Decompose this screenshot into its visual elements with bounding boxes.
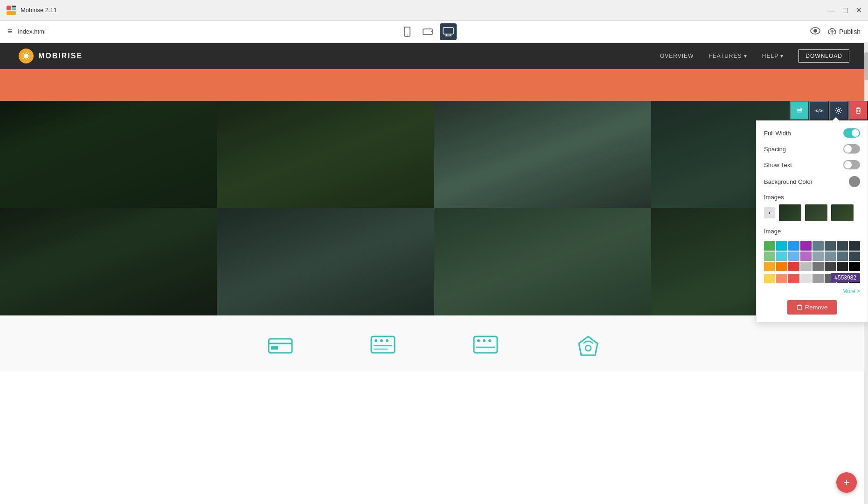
site-logo-icon bbox=[19, 49, 34, 63]
palette-cell-8[interactable] bbox=[764, 252, 775, 261]
show-text-toggle[interactable] bbox=[843, 160, 860, 169]
svg-rect-42 bbox=[474, 336, 497, 353]
filename-label: index.html bbox=[18, 28, 46, 35]
svg-line-21 bbox=[28, 58, 29, 59]
remove-button[interactable]: Remove bbox=[787, 300, 837, 315]
spacing-toggle[interactable] bbox=[843, 144, 860, 154]
palette-cell-0[interactable] bbox=[764, 241, 775, 251]
palette-cell-3[interactable] bbox=[800, 241, 812, 251]
preview-icon[interactable] bbox=[810, 26, 820, 37]
palette-cell-7[interactable] bbox=[849, 241, 860, 251]
palette-cell-17[interactable] bbox=[776, 262, 787, 271]
site-nav-help[interactable]: HELP ▾ bbox=[762, 53, 784, 59]
palette-cell-26[interactable] bbox=[788, 274, 799, 283]
bg-color-swatch[interactable] bbox=[849, 176, 860, 187]
device-tablet-button[interactable] bbox=[419, 23, 436, 40]
cloud-upload-icon bbox=[828, 28, 836, 35]
palette-cell-11[interactable] bbox=[800, 252, 812, 261]
gallery-cell-1[interactable] bbox=[0, 101, 217, 208]
show-text-row: Show Text bbox=[764, 160, 860, 169]
maximize-button[interactable]: □ bbox=[843, 6, 848, 14]
image-thumb-2[interactable] bbox=[805, 204, 827, 221]
palette-cell-13[interactable] bbox=[825, 252, 836, 261]
palette-cell-1[interactable] bbox=[776, 241, 787, 251]
add-block-button[interactable]: + bbox=[836, 472, 857, 493]
scrollbar-thumb[interactable] bbox=[864, 52, 868, 80]
svg-rect-34 bbox=[271, 346, 278, 350]
gallery-cell-5[interactable] bbox=[0, 208, 217, 315]
palette-cell-16[interactable] bbox=[764, 262, 775, 271]
palette-cell-21[interactable] bbox=[825, 262, 836, 271]
palette-cell-27[interactable] bbox=[800, 274, 812, 283]
svg-point-5 bbox=[407, 35, 408, 35]
publish-label: Publish bbox=[839, 28, 861, 35]
more-colors-link[interactable]: More > bbox=[764, 288, 860, 294]
color-palette: #553982 bbox=[764, 241, 860, 283]
palette-cell-14[interactable] bbox=[837, 252, 848, 261]
website-preview: MOBIRISE OVERVIEW FEATURES ▾ HELP ▾ DOWN… bbox=[0, 43, 868, 504]
title-bar-left: Mobirise 2.11 bbox=[6, 5, 57, 16]
palette-cell-5[interactable] bbox=[825, 241, 836, 251]
spacing-label: Spacing bbox=[764, 146, 786, 153]
full-width-toggle[interactable] bbox=[843, 128, 860, 138]
svg-point-38 bbox=[386, 339, 389, 342]
publish-button[interactable]: Publish bbox=[828, 28, 861, 35]
bg-color-label: Background Color bbox=[764, 178, 812, 185]
svg-line-22 bbox=[28, 53, 29, 54]
close-button[interactable]: ✕ bbox=[855, 6, 862, 14]
palette-cell-10[interactable] bbox=[788, 252, 799, 261]
hamburger-icon[interactable]: ≡ bbox=[7, 27, 13, 36]
svg-point-44 bbox=[483, 339, 486, 342]
site-logo-area: MOBIRISE bbox=[19, 49, 83, 63]
palette-cell-28[interactable] bbox=[812, 274, 824, 283]
palette-cell-20[interactable] bbox=[812, 262, 824, 271]
svg-point-15 bbox=[24, 54, 28, 58]
images-prev-button[interactable]: ‹ bbox=[764, 207, 775, 218]
svg-line-23 bbox=[23, 58, 24, 59]
gallery-cell-2[interactable] bbox=[217, 101, 434, 208]
palette-cell-22[interactable] bbox=[837, 262, 848, 271]
image-thumb-1[interactable] bbox=[779, 204, 801, 221]
palette-cell-12[interactable] bbox=[812, 252, 824, 261]
code-block-button[interactable]: </> bbox=[809, 101, 829, 120]
palette-cell-9[interactable] bbox=[776, 252, 787, 261]
minimize-button[interactable]: — bbox=[827, 6, 835, 14]
trash-icon bbox=[797, 304, 802, 311]
svg-point-48 bbox=[585, 345, 591, 351]
device-switcher bbox=[399, 23, 457, 40]
svg-point-43 bbox=[477, 339, 480, 342]
images-label: Images bbox=[764, 194, 784, 201]
palette-cell-18[interactable] bbox=[788, 262, 799, 271]
palette-cell-2[interactable] bbox=[788, 241, 799, 251]
gallery-cell-7[interactable] bbox=[434, 208, 651, 315]
image-thumb-3[interactable] bbox=[831, 204, 854, 221]
gallery-grid bbox=[0, 101, 868, 315]
svg-point-36 bbox=[375, 339, 377, 342]
svg-rect-8 bbox=[443, 28, 453, 34]
hex-color-display[interactable]: #553982 bbox=[831, 273, 860, 282]
bg-color-row: Background Color bbox=[764, 176, 860, 187]
device-mobile-button[interactable] bbox=[399, 23, 416, 40]
palette-cell-25[interactable] bbox=[776, 274, 787, 283]
palette-cell-4[interactable] bbox=[812, 241, 824, 251]
site-nav-overview[interactable]: OVERVIEW bbox=[660, 53, 694, 59]
palette-cell-6[interactable] bbox=[837, 241, 848, 251]
svg-rect-28 bbox=[856, 109, 860, 113]
toolbar-left: ≡ index.html bbox=[7, 27, 46, 36]
delete-block-button[interactable] bbox=[848, 101, 868, 120]
site-nav-features[interactable]: FEATURES ▾ bbox=[708, 53, 747, 59]
toolbar: ≡ index.html Publish bbox=[0, 21, 868, 43]
svg-point-27 bbox=[838, 110, 840, 112]
svg-point-45 bbox=[488, 339, 491, 342]
device-desktop-button[interactable] bbox=[440, 23, 457, 40]
palette-cell-19[interactable] bbox=[800, 262, 812, 271]
svg-point-37 bbox=[380, 339, 383, 342]
site-nav-download[interactable]: DOWNLOAD bbox=[799, 49, 849, 63]
gallery-cell-6[interactable] bbox=[217, 208, 434, 315]
palette-cell-24[interactable] bbox=[764, 274, 775, 283]
palette-cell-15[interactable] bbox=[849, 252, 860, 261]
reorder-block-button[interactable] bbox=[790, 101, 809, 120]
gallery-cell-3[interactable] bbox=[434, 101, 651, 208]
palette-cell-23[interactable] bbox=[849, 262, 860, 271]
full-width-label: Full Width bbox=[764, 130, 791, 137]
